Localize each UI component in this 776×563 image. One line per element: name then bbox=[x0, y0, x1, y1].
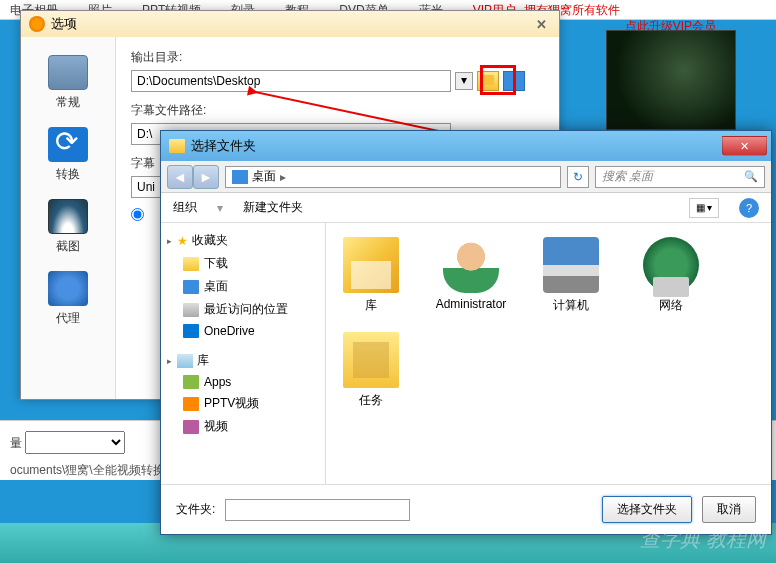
options-title-text: 选项 bbox=[51, 15, 77, 33]
tree-item-apps[interactable]: Apps bbox=[165, 372, 321, 392]
new-folder-button[interactable]: 新建文件夹 bbox=[243, 199, 303, 216]
sidebar-item-proxy[interactable]: 代理 bbox=[21, 263, 115, 335]
tree-library-header[interactable]: ▸ 库 bbox=[165, 349, 321, 372]
folder-item-library[interactable]: 库 bbox=[331, 233, 411, 318]
output-dir-open-button[interactable] bbox=[503, 71, 525, 91]
folder-tree: ▸ ★ 收藏夹 下载 桌面 最近访问的位置 OneDrive ▸ 库 Apps … bbox=[161, 223, 326, 484]
options-sidebar: 常规 转换 截图 代理 bbox=[21, 37, 116, 399]
search-placeholder: 搜索 桌面 bbox=[602, 168, 653, 185]
options-icon bbox=[29, 16, 45, 32]
tree-item-desktop[interactable]: 桌面 bbox=[165, 275, 321, 298]
computer-icon bbox=[543, 237, 599, 293]
library-icon bbox=[177, 354, 193, 368]
recent-icon bbox=[183, 303, 199, 317]
tree-item-pptv[interactable]: PPTV视频 bbox=[165, 392, 321, 415]
tree-label: Apps bbox=[204, 375, 231, 389]
item-label: 计算机 bbox=[553, 297, 589, 314]
video-preview bbox=[606, 30, 736, 130]
picker-titlebar: 选择文件夹 ✕ bbox=[161, 131, 771, 161]
folder-content-area: 库 Administrator 计算机 网络 任务 bbox=[326, 223, 771, 484]
general-icon bbox=[48, 55, 88, 90]
video-icon bbox=[183, 420, 199, 434]
item-label: 网络 bbox=[659, 297, 683, 314]
tree-item-onedrive[interactable]: OneDrive bbox=[165, 321, 321, 341]
desktop-icon bbox=[232, 170, 248, 184]
desktop-icon bbox=[183, 280, 199, 294]
tree-favorites-header[interactable]: ▸ ★ 收藏夹 bbox=[165, 229, 321, 252]
sidebar-label: 代理 bbox=[56, 310, 80, 327]
onedrive-icon bbox=[183, 324, 199, 338]
breadcrumb[interactable]: 桌面 ▸ bbox=[225, 166, 561, 188]
tree-label: 下载 bbox=[204, 255, 228, 272]
output-dir-input[interactable] bbox=[131, 70, 451, 92]
nav-back-button[interactable]: ◄ bbox=[167, 165, 193, 189]
output-dir-browse-button[interactable] bbox=[477, 71, 499, 91]
option-radio-1[interactable] bbox=[131, 208, 144, 221]
chevron-down-icon: ▸ bbox=[167, 356, 177, 366]
sidebar-label: 截图 bbox=[56, 238, 80, 255]
search-input[interactable]: 搜索 桌面 bbox=[595, 166, 765, 188]
folder-name-input[interactable] bbox=[225, 499, 409, 521]
tree-label: OneDrive bbox=[204, 324, 255, 338]
subtitle-path-label: 字幕文件路径: bbox=[131, 102, 544, 119]
library-icon bbox=[343, 237, 399, 293]
proxy-icon bbox=[48, 271, 88, 306]
chevron-down-icon: ▸ bbox=[167, 236, 177, 246]
select-folder-button[interactable]: 选择文件夹 bbox=[602, 496, 692, 523]
sidebar-label: 常规 bbox=[56, 94, 80, 111]
output-dir-label: 输出目录: bbox=[131, 49, 544, 66]
sidebar-item-capture[interactable]: 截图 bbox=[21, 191, 115, 263]
item-label: Administrator bbox=[436, 297, 507, 311]
options-titlebar: 选项 ✕ bbox=[21, 11, 559, 37]
sidebar-label: 转换 bbox=[56, 166, 80, 183]
picker-nav-bar: ◄ ► 桌面 ▸ ↻ 搜索 桌面 bbox=[161, 161, 771, 193]
item-label: 任务 bbox=[359, 392, 383, 409]
convert-icon bbox=[48, 127, 88, 162]
apps-icon bbox=[183, 375, 199, 389]
help-button[interactable]: ? bbox=[739, 198, 759, 218]
organize-button[interactable]: 组织 bbox=[173, 199, 197, 216]
picker-footer: 文件夹: 选择文件夹 取消 bbox=[161, 484, 771, 534]
folder-icon bbox=[169, 139, 185, 153]
folder-item-tasks[interactable]: 任务 bbox=[331, 328, 411, 413]
folder-item-network[interactable]: 网络 bbox=[631, 233, 711, 318]
view-mode-button[interactable]: ▦ ▾ bbox=[689, 198, 719, 218]
folder-icon bbox=[183, 257, 199, 271]
item-label: 库 bbox=[365, 297, 377, 314]
quality-label: 量 bbox=[10, 436, 22, 450]
output-dir-dropdown[interactable]: ▾ bbox=[455, 72, 473, 90]
folder-item-user[interactable]: Administrator bbox=[431, 233, 511, 318]
folder-picker-dialog: 选择文件夹 ✕ ◄ ► 桌面 ▸ ↻ 搜索 桌面 组织 ▾ 新建文件夹 ▦ ▾ … bbox=[160, 130, 772, 535]
options-close-button[interactable]: ✕ bbox=[532, 17, 551, 32]
picker-close-button[interactable]: ✕ bbox=[722, 136, 767, 156]
tree-label: 收藏夹 bbox=[192, 232, 228, 249]
star-icon: ★ bbox=[177, 234, 188, 248]
sidebar-item-general[interactable]: 常规 bbox=[21, 47, 115, 119]
pptv-icon bbox=[183, 397, 199, 411]
user-icon bbox=[443, 237, 499, 293]
tree-label: 桌面 bbox=[204, 278, 228, 295]
tree-label: 视频 bbox=[204, 418, 228, 435]
network-icon bbox=[643, 237, 699, 293]
refresh-button[interactable]: ↻ bbox=[567, 166, 589, 188]
tree-item-recent[interactable]: 最近访问的位置 bbox=[165, 298, 321, 321]
tasks-icon bbox=[343, 332, 399, 388]
cancel-button[interactable]: 取消 bbox=[702, 496, 756, 523]
breadcrumb-text: 桌面 bbox=[252, 168, 276, 185]
tree-label: 库 bbox=[197, 352, 209, 369]
picker-toolbar: 组织 ▾ 新建文件夹 ▦ ▾ ? bbox=[161, 193, 771, 223]
nav-forward-button[interactable]: ► bbox=[193, 165, 219, 189]
picker-title-text: 选择文件夹 bbox=[191, 137, 256, 155]
tree-label: 最近访问的位置 bbox=[204, 301, 288, 318]
chevron-right-icon: ▸ bbox=[280, 170, 286, 184]
folder-item-computer[interactable]: 计算机 bbox=[531, 233, 611, 318]
tree-item-downloads[interactable]: 下载 bbox=[165, 252, 321, 275]
quality-select[interactable] bbox=[25, 431, 125, 454]
capture-icon bbox=[48, 199, 88, 234]
folder-name-label: 文件夹: bbox=[176, 501, 215, 518]
tree-label: PPTV视频 bbox=[204, 395, 259, 412]
sidebar-item-convert[interactable]: 转换 bbox=[21, 119, 115, 191]
tree-item-video[interactable]: 视频 bbox=[165, 415, 321, 438]
